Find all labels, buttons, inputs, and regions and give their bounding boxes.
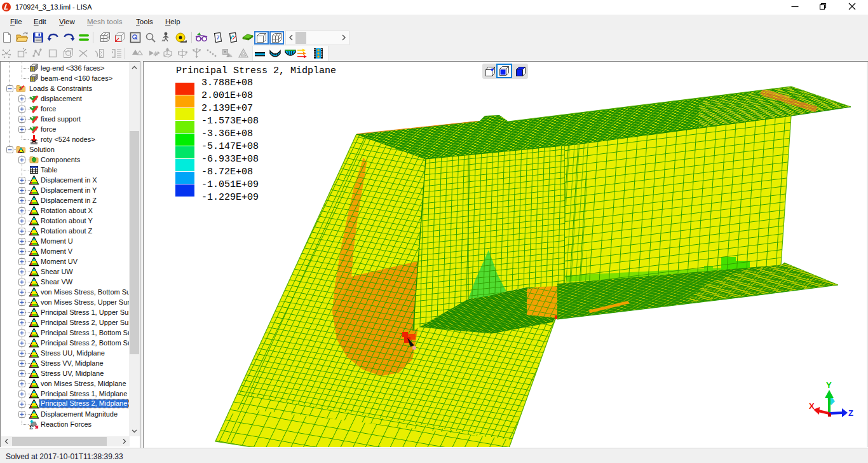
svg-text:7: 7 <box>217 34 220 41</box>
svg-text:Z: Z <box>848 408 853 418</box>
svg-text:Σ: Σ <box>29 424 33 430</box>
svg-text:Y: Y <box>826 380 832 390</box>
svg-text:X: X <box>809 401 815 411</box>
